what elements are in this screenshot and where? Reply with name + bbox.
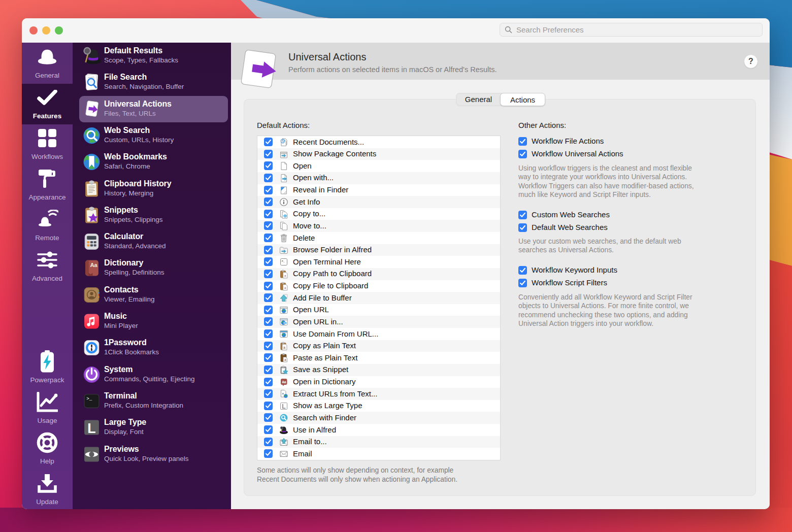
svg-text:a: a [283,345,285,349]
svg-text:L: L [282,403,285,410]
svg-text:>_: >_ [282,259,285,263]
svg-text:a: a [284,358,286,361]
svg-text:Aa: Aa [282,380,286,383]
svg-text:Aa: Aa [90,262,97,268]
svg-text:>_: >_ [86,396,92,402]
svg-text:L: L [87,421,95,436]
